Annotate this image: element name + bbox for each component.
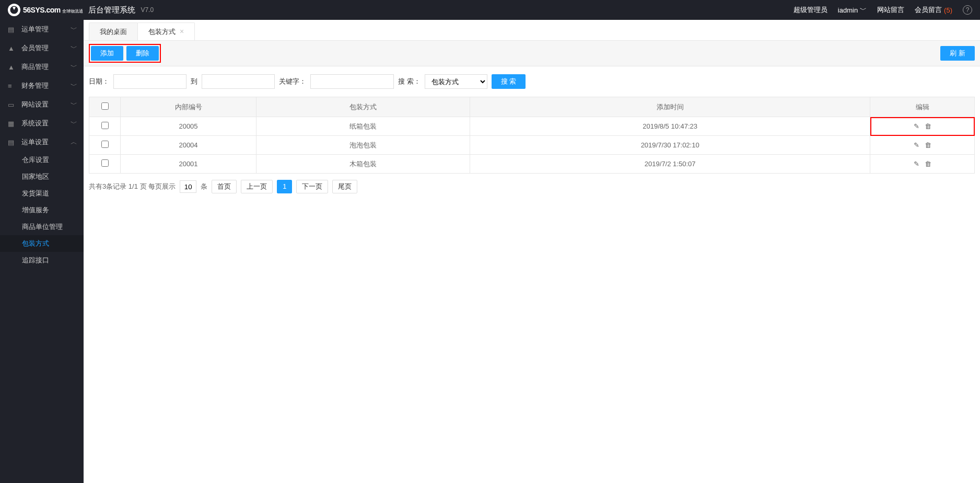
chevron-up-icon: ︿: [71, 137, 76, 147]
date-from-input[interactable]: [113, 74, 186, 89]
close-icon[interactable]: ×: [180, 23, 184, 40]
next-page-button[interactable]: 下一页: [296, 180, 328, 193]
date-to-input[interactable]: [202, 74, 275, 89]
delete-icon[interactable]: 🗑: [925, 141, 931, 149]
submenu-channel[interactable]: 发货渠道: [0, 185, 84, 202]
chevron-down-icon: ﹀: [71, 119, 76, 128]
keyword-label: 关键字：: [279, 77, 306, 86]
header-right: 超级管理员 iadmin ﹀ 网站留言 会员留言 (5) ?: [794, 5, 972, 15]
sidebar-item-waybill-settings[interactable]: ▤ 运单设置 ︿: [0, 133, 84, 152]
select-all-checkbox[interactable]: [101, 102, 109, 110]
submenu-unit[interactable]: 商品单位管理: [0, 218, 84, 235]
pagination-summary: 共有3条记录 1/1 页 每页展示: [89, 182, 176, 191]
search-button[interactable]: 搜 索: [492, 74, 526, 89]
member-msg-label: 会员留言: [915, 5, 942, 15]
help-icon[interactable]: ?: [963, 5, 972, 15]
tabs-bar: 我的桌面 包装方式 ×: [84, 20, 980, 41]
chevron-down-icon: ﹀: [71, 43, 76, 53]
td-method: 木箱包装: [256, 155, 470, 174]
submenu-tracking[interactable]: 追踪接口: [0, 252, 84, 269]
submenu-vas[interactable]: 增值服务: [0, 202, 84, 218]
tab-packaging[interactable]: 包装方式 ×: [137, 22, 195, 40]
td-code: 20001: [121, 155, 256, 174]
td-actions: ✎🗑: [870, 155, 975, 174]
member-message-link[interactable]: 会员留言 (5): [915, 5, 952, 15]
logo-icon: [8, 4, 20, 16]
sidebar-label: 财务管理: [21, 81, 71, 90]
bars-icon: ≡: [8, 82, 16, 90]
prev-page-button[interactable]: 上一页: [241, 180, 273, 193]
top-header: 56SYS.com 全球物流通 后台管理系统 V7.0 超级管理员 iadmin…: [0, 0, 980, 20]
user-icon: ▲: [8, 63, 16, 71]
site-message-link[interactable]: 网站留言: [877, 5, 904, 15]
system-version: V7.0: [141, 6, 154, 14]
sidebar-label: 网站设置: [21, 100, 71, 109]
td-checkbox: [89, 155, 121, 174]
last-page-button[interactable]: 尾页: [332, 180, 357, 193]
table-row: 20001木箱包装2019/7/2 1:50:07✎🗑: [89, 155, 975, 174]
delete-icon[interactable]: 🗑: [925, 160, 931, 168]
th-code: 内部编号: [121, 97, 256, 117]
sidebar-label: 商品管理: [21, 62, 71, 72]
td-time: 2019/7/30 17:02:10: [470, 136, 870, 155]
logo-text-main: 56SYS: [23, 6, 44, 14]
sidebar-label: 运单管理: [21, 25, 71, 34]
sidebar-label: 会员管理: [21, 43, 71, 53]
row-checkbox[interactable]: [101, 122, 109, 129]
grid-icon: ▦: [8, 120, 16, 128]
chevron-down-icon: ﹀: [860, 5, 867, 15]
td-code: 20005: [121, 117, 256, 136]
pagination: 共有3条记录 1/1 页 每页展示 条 首页 上一页 1 下一页 尾页: [84, 174, 980, 200]
edit-icon[interactable]: ✎: [914, 122, 919, 130]
td-method: 泡泡包装: [256, 136, 470, 155]
submenu-packaging[interactable]: 包装方式: [0, 235, 84, 252]
sidebar-item-finance[interactable]: ≡ 财务管理 ﹀: [0, 76, 84, 95]
sidebar-item-waybill[interactable]: ▤ 运单管理 ﹀: [0, 20, 84, 39]
first-page-button[interactable]: 首页: [212, 180, 237, 193]
chevron-down-icon: ﹀: [71, 81, 76, 90]
submenu-country[interactable]: 国家地区: [0, 168, 84, 185]
logo-tagline: 全球物流通: [62, 9, 83, 14]
row-checkbox[interactable]: [101, 159, 109, 167]
delete-button[interactable]: 删除: [126, 46, 159, 61]
page-number-button[interactable]: 1: [277, 180, 292, 193]
td-time: 2019/8/5 10:47:23: [470, 117, 870, 136]
system-title: 后台管理系统: [88, 5, 135, 15]
role-label: 超级管理员: [794, 5, 827, 15]
sidebar-item-member[interactable]: ▲ 会员管理 ﹀: [0, 39, 84, 58]
delete-icon[interactable]: 🗑: [925, 122, 931, 130]
td-checkbox: [89, 117, 121, 136]
search-bar: 日期： 到 关键字： 搜 索： 包装方式 搜 索: [84, 66, 980, 97]
add-button[interactable]: 添加: [91, 46, 123, 61]
submenu-warehouse[interactable]: 仓库设置: [0, 152, 84, 168]
chevron-down-icon: ﹀: [71, 100, 76, 109]
user-dropdown[interactable]: iadmin ﹀: [838, 5, 867, 15]
sidebar-item-product[interactable]: ▲ 商品管理 ﹀: [0, 58, 84, 76]
sidebar-label: 系统设置: [21, 119, 71, 128]
member-msg-count: (5): [944, 6, 952, 14]
edit-icon[interactable]: ✎: [914, 141, 919, 149]
per-page-input[interactable]: [180, 180, 196, 193]
user-icon: ▲: [8, 44, 16, 52]
td-checkbox: [89, 136, 121, 155]
logo[interactable]: 56SYS.com 全球物流通: [8, 4, 83, 16]
edit-icon[interactable]: ✎: [914, 160, 919, 168]
table-container: 内部编号 包装方式 添加时间 编辑 20005纸箱包装2019/8/5 10:4…: [84, 97, 980, 174]
search-type-label: 搜 索：: [398, 77, 421, 86]
doc-icon: ▤: [8, 139, 16, 146]
row-checkbox[interactable]: [101, 141, 109, 148]
per-page-suffix: 条: [201, 182, 207, 191]
sidebar-item-site-settings[interactable]: ▭ 网站设置 ﹀: [0, 95, 84, 114]
refresh-button[interactable]: 刷 新: [940, 46, 975, 61]
tab-label: 包装方式: [148, 23, 176, 40]
main-content: 我的桌面 包装方式 × 添加 删除 刷 新 日期： 到 关键字： 搜: [84, 20, 980, 483]
user-name: iadmin: [838, 6, 858, 14]
keyword-input[interactable]: [310, 74, 394, 89]
sidebar-item-system-settings[interactable]: ▦ 系统设置 ﹀: [0, 114, 84, 133]
tab-desktop[interactable]: 我的桌面: [89, 22, 138, 40]
date-to-label: 到: [191, 77, 197, 86]
td-code: 20004: [121, 136, 256, 155]
search-type-select[interactable]: 包装方式: [425, 74, 487, 89]
sidebar-label: 运单设置: [21, 137, 71, 147]
th-method: 包装方式: [256, 97, 470, 117]
